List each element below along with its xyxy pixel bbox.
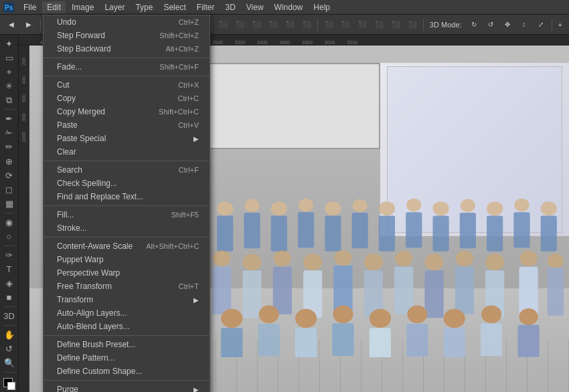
tool-eyedropper[interactable]: ✒ [2,112,17,125]
tool-3d[interactable]: 3D [2,310,17,322]
distribute-top-btn[interactable]: ⬛ [372,17,386,32]
menu-item-clear[interactable]: Clear [44,145,210,159]
toolbar-arrow-right-btn[interactable]: ▶ [21,17,36,32]
menu-item-free-transform[interactable]: Free Transform Ctrl+T [44,280,210,293]
3d-slide-btn[interactable]: ↕ [517,17,532,32]
ruler-mark: 3200 [347,40,357,45]
align-right-btn[interactable]: ⬛ [249,17,264,32]
menu-sep-2 [44,76,210,76]
menu-item-cut[interactable]: Cut Ctrl+X [44,78,210,92]
menu-item-transform[interactable]: Transform ▶ [44,293,210,306]
distribute-bottom-btn[interactable]: ⬛ [405,17,420,32]
tool-eraser[interactable]: ◻ [2,183,17,196]
svg-point-82 [370,309,391,328]
menu-item-step-forward[interactable]: Step Forward Shift+Ctrl+Z [44,29,210,42]
svg-rect-28 [244,213,260,248]
distribute-right-btn[interactable]: ⬛ [355,17,370,32]
svg-point-51 [395,251,412,266]
menu-edit[interactable]: Edit [42,1,66,13]
menu-item-check-spelling[interactable]: Check Spelling... [44,177,210,190]
tool-type[interactable]: T [2,263,17,276]
align-left-btn[interactable]: ⬛ [216,17,230,32]
svg-point-16 [432,202,449,216]
menu-item-paste-special[interactable]: Paste Special ▶ [44,132,210,145]
tool-pen[interactable]: ✑ [2,249,17,262]
ruler-v-mark: 400 [21,76,26,84]
tool-crop[interactable]: ⧉ [2,94,17,106]
svg-point-56 [548,254,564,268]
menu-item-puppet-warp[interactable]: Puppet Warp [44,253,210,266]
menu-window[interactable]: Window [270,1,308,13]
tool-spot-heal[interactable]: ✁ [2,126,17,139]
tool-selection[interactable]: ▭ [2,52,17,64]
svg-rect-98 [481,324,502,357]
menu-item-perspective-warp[interactable]: Perspective Warp [44,266,210,280]
svg-point-18 [487,202,503,216]
distribute-left-btn[interactable]: ⬛ [321,17,336,32]
menu-item-purge[interactable]: Purge ▶ [44,383,210,392]
tool-magic-wand[interactable]: ✳ [2,80,17,92]
menu-3d[interactable]: 3D [220,1,240,13]
menu-help[interactable]: Help [309,1,335,13]
svg-rect-36 [460,213,476,248]
tool-dodge[interactable]: ○ [2,230,17,243]
background-color[interactable] [7,382,15,390]
menu-sep-7 [44,380,210,381]
menu-item-copy[interactable]: Copy Ctrl+C [44,92,210,105]
menu-view[interactable]: View [242,1,268,13]
menu-file[interactable]: File [19,1,41,13]
menu-item-define-brush[interactable]: Define Brush Preset... [44,338,210,351]
tool-brush[interactable]: ✏ [2,140,17,153]
tool-hand[interactable]: ✋ [2,328,17,341]
tool-move[interactable]: ✦ [2,37,17,50]
menu-item-copy-merged[interactable]: Copy Merged Shift+Ctrl+C [44,105,210,118]
menu-item-auto-blend[interactable]: Auto-Blend Layers... [44,320,210,333]
align-center-v-btn[interactable]: ⬛ [282,17,297,32]
svg-rect-34 [406,213,422,248]
menu-item-fade[interactable]: Fade... Shift+Ctrl+F [44,60,210,74]
menu-item-content-aware[interactable]: Content-Aware Scale Alt+Shift+Ctrl+C [44,239,210,253]
menu-item-find-replace[interactable]: Find and Replace Text... [44,190,210,203]
tool-path-select[interactable]: ◈ [2,277,17,290]
menu-item-define-pattern[interactable]: Define Pattern... [44,351,210,365]
align-top-btn[interactable]: ⬛ [266,17,280,32]
tool-clone[interactable]: ⊕ [2,155,17,167]
toolbar-arrow-btn[interactable]: ◀ [4,17,19,32]
menu-item-define-shape[interactable]: Define Custom Shape... [44,365,210,378]
tool-rotate-view[interactable]: ↺ [2,342,17,355]
align-bottom-btn[interactable]: ⬛ [299,17,314,32]
menu-item-undo[interactable]: Undo Ctrl+Z [44,15,210,29]
tool-gradient[interactable]: ▦ [2,197,17,210]
tool-zoom[interactable]: 🔍 [2,357,17,369]
menu-item-search[interactable]: Search Ctrl+F [44,163,210,177]
menu-item-auto-align[interactable]: Auto-Align Layers... [44,306,210,320]
menu-layer[interactable]: Layer [100,1,129,13]
menu-item-stroke[interactable]: Stroke... [44,221,210,235]
menu-item-fill[interactable]: Fill... Shift+F5 [44,208,210,221]
svg-point-50 [364,254,383,271]
tool-history-brush[interactable]: ⟳ [2,169,17,182]
app-logo: Ps [3,1,15,13]
3d-rotate-btn[interactable]: ↻ [467,17,481,32]
svg-rect-97 [444,328,465,358]
menu-image[interactable]: Image [67,1,98,13]
ruler-v-mark: 800 [21,113,26,121]
3d-roll-btn[interactable]: ↺ [483,17,498,32]
svg-point-11 [299,199,313,212]
align-center-h-btn[interactable]: ⬛ [232,17,247,32]
svg-rect-38 [513,213,530,248]
menu-type[interactable]: Type [131,1,157,13]
tool-blur[interactable]: ◉ [2,216,17,229]
3d-pan-btn[interactable]: ✥ [500,17,515,32]
distribute-v-btn[interactable]: ⬛ [388,17,403,32]
tool-lasso[interactable]: ⌖ [2,66,17,78]
svg-point-45 [213,251,230,266]
menu-select[interactable]: Select [159,1,190,13]
menu-filter[interactable]: Filter [192,1,220,13]
tool-shape[interactable]: ■ [2,291,17,304]
distribute-h-btn[interactable]: ⬛ [338,17,353,32]
3d-scale-btn[interactable]: ⤢ [534,17,548,32]
menu-item-step-backward[interactable]: Step Backward Alt+Ctrl+Z [44,42,210,56]
svg-point-86 [519,308,538,325]
menu-item-paste[interactable]: Paste Ctrl+V [44,118,210,132]
